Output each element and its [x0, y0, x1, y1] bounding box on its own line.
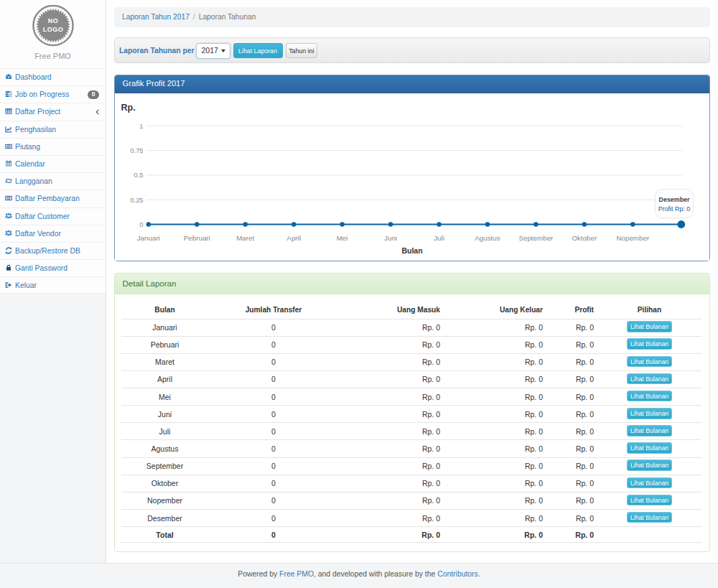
svg-text:Nopember: Nopember: [616, 234, 649, 242]
svg-text:1: 1: [139, 122, 143, 129]
svg-text:Juni: Juni: [384, 234, 397, 242]
svg-text:April: April: [286, 234, 301, 242]
svg-text:Rp.: Rp.: [121, 103, 135, 113]
svg-text:0.75: 0.75: [130, 146, 143, 154]
svg-text:0: 0: [139, 220, 143, 228]
svg-text:Januari: Januari: [136, 234, 159, 242]
svg-text:0.25: 0.25: [130, 196, 143, 203]
svg-text:Agustus: Agustus: [475, 234, 500, 242]
svg-text:Bulan: Bulan: [401, 246, 422, 254]
svg-text:Maret: Maret: [236, 234, 254, 242]
svg-text:LOGO: LOGO: [42, 26, 63, 33]
svg-text:Pebruari: Pebruari: [183, 234, 210, 242]
svg-text:Oktober: Oktober: [572, 234, 597, 242]
svg-text:Mei: Mei: [336, 234, 348, 242]
svg-text:September: September: [518, 234, 554, 242]
svg-text:Juli: Juli: [434, 234, 444, 242]
svg-text:NO: NO: [47, 17, 58, 24]
svg-text:0.5: 0.5: [134, 172, 143, 179]
